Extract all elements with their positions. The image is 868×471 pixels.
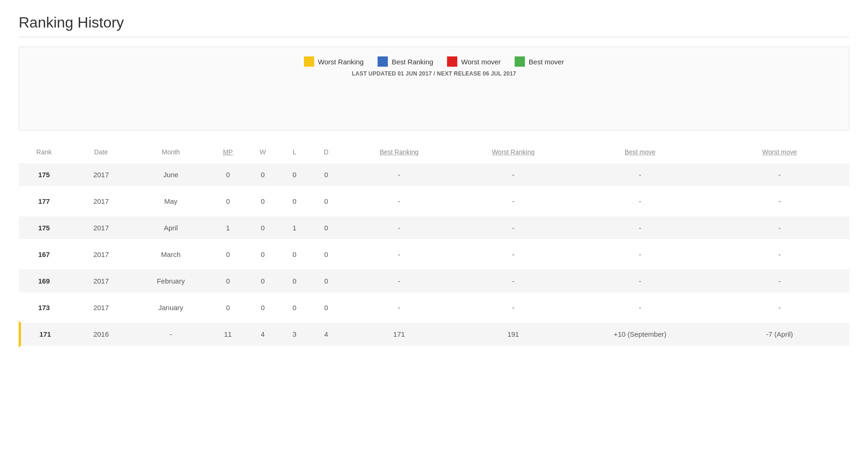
- cell-worst_move: -: [710, 188, 849, 215]
- cell-d: 0: [310, 215, 342, 241]
- cell-mp: 0: [209, 268, 247, 294]
- legend-color-best-mover: [515, 56, 525, 67]
- col-header-date: Date: [69, 145, 133, 161]
- cell-best_ranking: -: [342, 241, 456, 268]
- cell-rank: 169: [19, 268, 69, 294]
- cell-date: 2017: [69, 268, 133, 294]
- cell-d: 4: [310, 321, 342, 347]
- cell-date: 2016: [69, 321, 133, 347]
- cell-worst_move: -: [710, 294, 849, 321]
- cell-rank: 177: [19, 188, 69, 215]
- chart-area: Worst RankingBest RankingWorst moverBest…: [19, 47, 849, 131]
- cell-mp: 0: [209, 241, 247, 268]
- cell-month: March: [133, 241, 209, 268]
- cell-w: 0: [247, 268, 279, 294]
- col-header-d: D: [310, 145, 342, 161]
- cell-rank: 175: [19, 161, 69, 188]
- cell-mp: 0: [209, 188, 247, 215]
- cell-d: 0: [310, 268, 342, 294]
- cell-mp: 1: [209, 215, 247, 241]
- cell-mp: 0: [209, 161, 247, 188]
- cell-best_move: -: [570, 161, 710, 188]
- cell-w: 0: [247, 188, 279, 215]
- cell-month: February: [133, 268, 209, 294]
- table-row: 1772017May0000----: [19, 188, 849, 215]
- legend-label-best-ranking: Best Ranking: [392, 58, 433, 66]
- table-row: 1692017February0000----: [19, 268, 849, 294]
- col-header-best-ranking: Best Ranking: [342, 145, 456, 161]
- cell-worst_move: -: [710, 215, 849, 241]
- table-header-row: Rank Date Month MP W L D Best Ranking Wo…: [19, 145, 849, 161]
- col-header-worst-move: Worst move: [710, 145, 849, 161]
- table-header: Rank Date Month MP W L D Best Ranking Wo…: [19, 145, 849, 161]
- table-row: 1732017January0000----: [19, 294, 849, 321]
- ranking-table: Rank Date Month MP W L D Best Ranking Wo…: [19, 145, 849, 347]
- cell-l: 3: [279, 321, 310, 347]
- legend-color-worst-ranking: [304, 56, 314, 67]
- cell-month: -: [133, 321, 209, 347]
- cell-rank: 175: [19, 215, 69, 241]
- legend-item-worst-ranking: Worst Ranking: [304, 56, 364, 67]
- col-header-w: W: [247, 145, 279, 161]
- cell-worst_ranking: -: [456, 215, 571, 241]
- legend-label-best-mover: Best mover: [529, 58, 564, 66]
- title-divider: [19, 37, 849, 37]
- cell-best_ranking: -: [342, 161, 456, 188]
- cell-l: 0: [279, 161, 310, 188]
- cell-w: 0: [247, 241, 279, 268]
- cell-worst_move: -7 (April): [710, 321, 849, 347]
- legend-item-best-mover: Best mover: [515, 56, 564, 67]
- cell-worst_move: -: [710, 241, 849, 268]
- table-row: 1712016-11434171191+10 (September)-7 (Ap…: [19, 321, 849, 347]
- cell-w: 0: [247, 161, 279, 188]
- table-row: 1752017June0000----: [19, 161, 849, 188]
- legend-color-worst-mover: [447, 56, 457, 67]
- cell-best_move: -: [570, 215, 710, 241]
- table-row: 1672017March0000----: [19, 241, 849, 268]
- cell-worst_ranking: -: [456, 188, 571, 215]
- cell-best_ranking: 171: [342, 321, 456, 347]
- cell-date: 2017: [69, 241, 133, 268]
- cell-best_ranking: -: [342, 188, 456, 215]
- cell-month: April: [133, 215, 209, 241]
- legend-label-worst-mover: Worst mover: [461, 58, 501, 66]
- cell-best_ranking: -: [342, 294, 456, 321]
- cell-month: May: [133, 188, 209, 215]
- legend-color-best-ranking: [378, 56, 388, 67]
- cell-worst_ranking: -: [456, 241, 571, 268]
- cell-best_ranking: -: [342, 268, 456, 294]
- table-body: 1752017June0000----1772017May0000----175…: [19, 161, 849, 347]
- cell-rank: 167: [19, 241, 69, 268]
- col-header-mp: MP: [209, 145, 247, 161]
- cell-date: 2017: [69, 188, 133, 215]
- cell-best_move: -: [570, 241, 710, 268]
- cell-d: 0: [310, 161, 342, 188]
- cell-worst_ranking: -: [456, 268, 571, 294]
- col-header-best-move: Best move: [570, 145, 710, 161]
- legend: Worst RankingBest RankingWorst moverBest…: [28, 56, 840, 67]
- cell-worst_ranking: -: [456, 294, 571, 321]
- cell-best_move: -: [570, 294, 710, 321]
- cell-worst_ranking: -: [456, 161, 571, 188]
- cell-l: 1: [279, 215, 310, 241]
- cell-d: 0: [310, 294, 342, 321]
- col-header-l: L: [279, 145, 310, 161]
- cell-l: 0: [279, 294, 310, 321]
- cell-l: 0: [279, 188, 310, 215]
- cell-w: 0: [247, 294, 279, 321]
- page-container: Ranking History Worst RankingBest Rankin…: [0, 0, 868, 361]
- cell-rank: 173: [19, 294, 69, 321]
- cell-worst_move: -: [710, 268, 849, 294]
- cell-worst_ranking: 191: [456, 321, 571, 347]
- cell-rank: 171: [19, 321, 69, 347]
- cell-w: 0: [247, 215, 279, 241]
- cell-l: 0: [279, 268, 310, 294]
- cell-date: 2017: [69, 294, 133, 321]
- cell-month: January: [133, 294, 209, 321]
- page-title: Ranking History: [19, 14, 849, 31]
- cell-best_move: -: [570, 188, 710, 215]
- cell-d: 0: [310, 188, 342, 215]
- legend-item-best-ranking: Best Ranking: [378, 56, 433, 67]
- table-row: 1752017April1010----: [19, 215, 849, 241]
- cell-mp: 0: [209, 294, 247, 321]
